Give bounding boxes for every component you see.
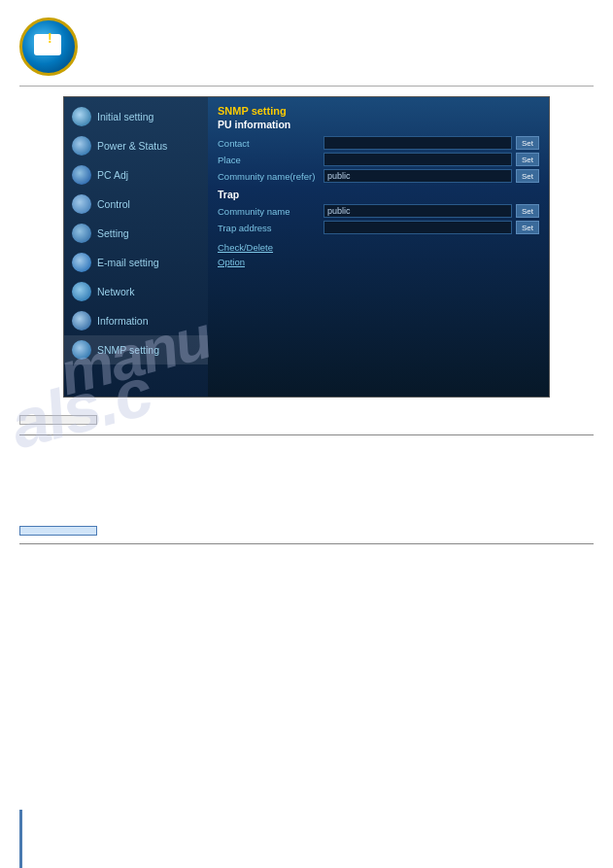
pu-label-2: Community name(refer) (218, 171, 320, 182)
panel-title: SNMP setting (218, 105, 539, 117)
pu-field-row-0: ContactSet (218, 136, 539, 150)
sidebar-item-pc-adj[interactable]: PC Adj (64, 160, 208, 190)
sidebar-item-information[interactable]: Information (64, 306, 208, 335)
top-divider (19, 86, 594, 87)
initial-setting-icon (72, 107, 91, 126)
trap-set-btn-1[interactable]: Set (516, 221, 539, 234)
sidebar-label-information: Information (97, 315, 149, 327)
top-area (0, 0, 613, 86)
sidebar-label-pc-adj: PC Adj (97, 169, 128, 181)
pu-set-btn-1[interactable]: Set (516, 153, 539, 166)
sidebar-item-power-status[interactable]: Power & Status (64, 131, 208, 160)
bottom-section-2 (0, 513, 613, 543)
network-icon (72, 282, 91, 301)
screenshot-container: Initial settingPower & StatusPC AdjContr… (63, 96, 550, 398)
trap-set-btn-0[interactable]: Set (516, 204, 539, 218)
pu-label-1: Place (218, 155, 320, 165)
sidebar-label-snmp-setting: SNMP setting (97, 344, 159, 356)
sidebar: Initial settingPower & StatusPC AdjContr… (64, 97, 208, 397)
email-setting-icon (72, 253, 91, 272)
pu-set-btn-0[interactable]: Set (516, 136, 539, 150)
control-icon (72, 194, 91, 214)
panel-link-0[interactable]: Check/Delete (218, 240, 539, 255)
sidebar-label-email-setting: E-mail setting (97, 257, 159, 268)
pu-input-1[interactable] (324, 153, 512, 166)
sidebar-label-setting: Setting (97, 227, 129, 239)
setting-icon (72, 224, 91, 243)
snmp-setting-icon (72, 340, 91, 360)
trap-field-row-1: Trap addressSet (218, 221, 539, 234)
pu-input-0[interactable] (324, 136, 512, 150)
trap-input-0[interactable] (324, 204, 512, 218)
main-panel: SNMP setting PU information ContactSetPl… (208, 97, 549, 397)
panel-link-1[interactable]: Option (218, 255, 539, 269)
information-icon (72, 311, 91, 330)
bottom-divider (19, 543, 594, 544)
trap-fields: Community nameSetTrap addressSet (218, 204, 539, 234)
sidebar-label-control: Control (97, 198, 130, 210)
sidebar-label-initial-setting: Initial setting (97, 111, 153, 122)
pu-input-2[interactable] (324, 169, 512, 183)
sidebar-item-initial-setting[interactable]: Initial setting (64, 102, 208, 131)
sidebar-label-network: Network (97, 286, 135, 297)
pu-field-row-1: PlaceSet (218, 153, 539, 166)
trap-field-row-0: Community nameSet (218, 204, 539, 218)
bottom-section-1 (0, 405, 613, 434)
pu-field-row-2: Community name(refer)Set (218, 169, 539, 183)
trap-title: Trap (218, 189, 539, 200)
links-area: Check/DeleteOption (218, 240, 539, 269)
trap-label-0: Community name (218, 206, 320, 217)
nav-button-2[interactable] (19, 526, 97, 536)
sidebar-label-power-status: Power & Status (97, 140, 167, 152)
trap-label-1: Trap address (218, 223, 320, 233)
sidebar-item-network[interactable]: Network (64, 277, 208, 306)
power-status-icon (72, 136, 91, 156)
pu-fields: ContactSetPlaceSetCommunity name(refer)S… (218, 136, 539, 183)
pu-set-btn-2[interactable]: Set (516, 169, 539, 183)
sidebar-item-setting[interactable]: Setting (64, 219, 208, 248)
panel-subtitle: PU information (218, 119, 539, 130)
nav-button-1[interactable] (19, 415, 97, 425)
pu-label-0: Contact (218, 138, 320, 149)
left-border (19, 810, 22, 868)
app-logo (19, 17, 78, 76)
pc-adj-icon (72, 165, 91, 185)
sidebar-item-control[interactable]: Control (64, 190, 208, 219)
sidebar-item-snmp-setting[interactable]: SNMP setting (64, 335, 208, 365)
middle-section (0, 435, 613, 513)
trap-input-1[interactable] (324, 221, 512, 234)
sidebar-item-email-setting[interactable]: E-mail setting (64, 248, 208, 277)
